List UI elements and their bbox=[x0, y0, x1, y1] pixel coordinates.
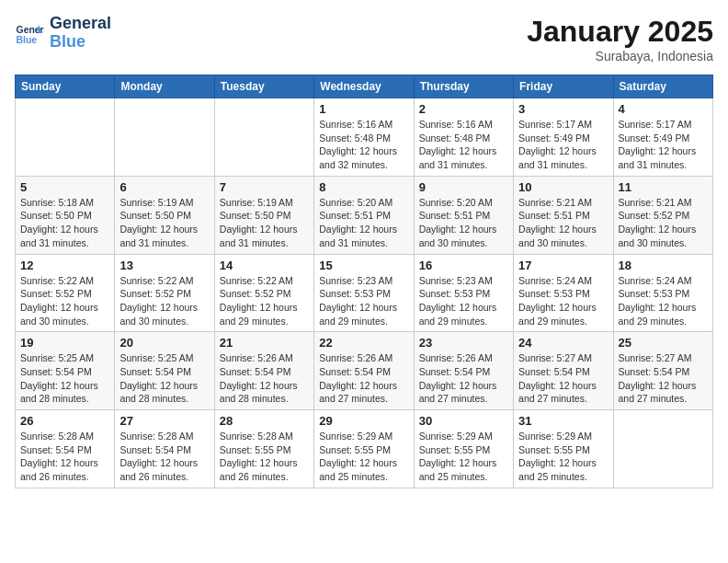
calendar-table: SundayMondayTuesdayWednesdayThursdayFrid… bbox=[15, 75, 713, 488]
day-number: 21 bbox=[220, 336, 309, 350]
weekday-header-monday: Monday bbox=[115, 75, 214, 98]
day-number: 7 bbox=[220, 180, 309, 194]
day-number: 13 bbox=[119, 259, 209, 272]
calendar-cell: 26Sunrise: 5:28 AM Sunset: 5:54 PM Dayli… bbox=[16, 410, 115, 488]
weekday-header-thursday: Thursday bbox=[414, 75, 513, 98]
day-info: Sunrise: 5:22 AM Sunset: 5:52 PM Dayligh… bbox=[20, 274, 109, 328]
calendar-cell: 8Sunrise: 5:20 AM Sunset: 5:51 PM Daylig… bbox=[314, 176, 414, 254]
day-number: 31 bbox=[518, 414, 608, 428]
day-info: Sunrise: 5:25 AM Sunset: 5:54 PM Dayligh… bbox=[119, 351, 209, 406]
calendar-week-4: 19Sunrise: 5:25 AM Sunset: 5:54 PM Dayli… bbox=[16, 332, 713, 410]
day-number: 30 bbox=[419, 414, 508, 428]
day-number: 26 bbox=[20, 414, 109, 428]
calendar-cell: 10Sunrise: 5:21 AM Sunset: 5:51 PM Dayli… bbox=[514, 176, 613, 254]
day-number: 11 bbox=[619, 180, 708, 194]
weekday-header-wednesday: Wednesday bbox=[314, 75, 414, 98]
logo: General Blue General Blue bbox=[15, 15, 111, 52]
day-info: Sunrise: 5:24 AM Sunset: 5:53 PM Dayligh… bbox=[619, 274, 708, 328]
calendar-cell: 17Sunrise: 5:24 AM Sunset: 5:53 PM Dayli… bbox=[514, 254, 613, 332]
day-number: 16 bbox=[419, 259, 508, 272]
calendar-cell: 1Sunrise: 5:16 AM Sunset: 5:48 PM Daylig… bbox=[314, 98, 414, 177]
calendar-cell: 14Sunrise: 5:22 AM Sunset: 5:52 PM Dayli… bbox=[214, 254, 313, 332]
day-info: Sunrise: 5:22 AM Sunset: 5:52 PM Dayligh… bbox=[119, 274, 209, 328]
subtitle: Surabaya, Indonesia bbox=[527, 49, 713, 63]
day-number: 1 bbox=[319, 102, 408, 116]
day-number: 8 bbox=[319, 180, 408, 194]
logo-blue: Blue bbox=[50, 32, 85, 51]
day-info: Sunrise: 5:28 AM Sunset: 5:55 PM Dayligh… bbox=[220, 430, 309, 484]
day-number: 22 bbox=[319, 336, 408, 350]
day-info: Sunrise: 5:16 AM Sunset: 5:48 PM Dayligh… bbox=[319, 118, 408, 172]
calendar-cell: 18Sunrise: 5:24 AM Sunset: 5:53 PM Dayli… bbox=[613, 254, 712, 332]
day-info: Sunrise: 5:28 AM Sunset: 5:54 PM Dayligh… bbox=[20, 430, 109, 484]
day-number: 4 bbox=[619, 102, 708, 116]
day-info: Sunrise: 5:17 AM Sunset: 5:49 PM Dayligh… bbox=[518, 118, 608, 172]
day-info: Sunrise: 5:16 AM Sunset: 5:48 PM Dayligh… bbox=[419, 118, 508, 172]
day-info: Sunrise: 5:20 AM Sunset: 5:51 PM Dayligh… bbox=[319, 196, 408, 250]
day-info: Sunrise: 5:19 AM Sunset: 5:50 PM Dayligh… bbox=[119, 196, 209, 250]
calendar-cell bbox=[214, 98, 313, 177]
weekday-header-sunday: Sunday bbox=[16, 75, 115, 98]
calendar-cell: 31Sunrise: 5:29 AM Sunset: 5:55 PM Dayli… bbox=[514, 410, 613, 488]
calendar-cell: 24Sunrise: 5:27 AM Sunset: 5:54 PM Dayli… bbox=[514, 332, 613, 410]
day-number: 3 bbox=[518, 102, 608, 116]
calendar-cell: 22Sunrise: 5:26 AM Sunset: 5:54 PM Dayli… bbox=[314, 332, 414, 410]
calendar-cell: 16Sunrise: 5:23 AM Sunset: 5:53 PM Dayli… bbox=[414, 254, 513, 332]
day-number: 2 bbox=[419, 102, 508, 116]
day-number: 24 bbox=[518, 336, 608, 350]
calendar-cell: 6Sunrise: 5:19 AM Sunset: 5:50 PM Daylig… bbox=[115, 176, 214, 254]
day-info: Sunrise: 5:26 AM Sunset: 5:54 PM Dayligh… bbox=[319, 351, 408, 406]
weekday-header-friday: Friday bbox=[514, 75, 613, 98]
calendar-cell: 25Sunrise: 5:27 AM Sunset: 5:54 PM Dayli… bbox=[613, 332, 712, 410]
logo-general: General bbox=[50, 14, 111, 32]
calendar-cell: 3Sunrise: 5:17 AM Sunset: 5:49 PM Daylig… bbox=[514, 98, 613, 177]
day-info: Sunrise: 5:29 AM Sunset: 5:55 PM Dayligh… bbox=[518, 430, 608, 484]
day-number: 23 bbox=[419, 336, 508, 350]
title-area: January 2025 Surabaya, Indonesia bbox=[527, 15, 713, 63]
day-number: 20 bbox=[119, 336, 209, 350]
day-number: 27 bbox=[119, 414, 209, 428]
calendar-cell: 11Sunrise: 5:21 AM Sunset: 5:52 PM Dayli… bbox=[613, 176, 712, 254]
day-info: Sunrise: 5:18 AM Sunset: 5:50 PM Dayligh… bbox=[20, 196, 109, 250]
calendar-cell: 29Sunrise: 5:29 AM Sunset: 5:55 PM Dayli… bbox=[314, 410, 414, 488]
calendar-cell: 23Sunrise: 5:26 AM Sunset: 5:54 PM Dayli… bbox=[414, 332, 513, 410]
day-number: 19 bbox=[20, 336, 109, 350]
calendar-week-2: 5Sunrise: 5:18 AM Sunset: 5:50 PM Daylig… bbox=[16, 176, 713, 254]
calendar-cell: 30Sunrise: 5:29 AM Sunset: 5:55 PM Dayli… bbox=[414, 410, 513, 488]
calendar-cell: 7Sunrise: 5:19 AM Sunset: 5:50 PM Daylig… bbox=[214, 176, 313, 254]
day-info: Sunrise: 5:21 AM Sunset: 5:51 PM Dayligh… bbox=[518, 196, 608, 250]
calendar-cell: 13Sunrise: 5:22 AM Sunset: 5:52 PM Dayli… bbox=[115, 254, 214, 332]
day-info: Sunrise: 5:29 AM Sunset: 5:55 PM Dayligh… bbox=[319, 430, 408, 484]
calendar-cell: 15Sunrise: 5:23 AM Sunset: 5:53 PM Dayli… bbox=[314, 254, 414, 332]
day-info: Sunrise: 5:28 AM Sunset: 5:54 PM Dayligh… bbox=[119, 430, 209, 484]
calendar-week-1: 1Sunrise: 5:16 AM Sunset: 5:48 PM Daylig… bbox=[16, 98, 713, 177]
day-number: 18 bbox=[619, 259, 708, 272]
calendar-cell: 2Sunrise: 5:16 AM Sunset: 5:48 PM Daylig… bbox=[414, 98, 513, 177]
calendar-cell bbox=[16, 98, 115, 177]
day-number: 28 bbox=[220, 414, 309, 428]
calendar-cell bbox=[613, 410, 712, 488]
day-number: 12 bbox=[20, 259, 109, 272]
day-number: 5 bbox=[20, 180, 109, 194]
day-info: Sunrise: 5:19 AM Sunset: 5:50 PM Dayligh… bbox=[220, 196, 309, 250]
day-info: Sunrise: 5:25 AM Sunset: 5:54 PM Dayligh… bbox=[20, 351, 109, 406]
day-info: Sunrise: 5:21 AM Sunset: 5:52 PM Dayligh… bbox=[619, 196, 708, 250]
calendar-cell: 21Sunrise: 5:26 AM Sunset: 5:54 PM Dayli… bbox=[214, 332, 313, 410]
day-number: 6 bbox=[119, 180, 209, 194]
calendar-week-5: 26Sunrise: 5:28 AM Sunset: 5:54 PM Dayli… bbox=[16, 410, 713, 488]
calendar-week-3: 12Sunrise: 5:22 AM Sunset: 5:52 PM Dayli… bbox=[16, 254, 713, 332]
day-info: Sunrise: 5:27 AM Sunset: 5:54 PM Dayligh… bbox=[619, 351, 708, 406]
day-number: 25 bbox=[619, 336, 708, 350]
day-info: Sunrise: 5:29 AM Sunset: 5:55 PM Dayligh… bbox=[419, 430, 508, 484]
day-info: Sunrise: 5:17 AM Sunset: 5:49 PM Dayligh… bbox=[619, 118, 708, 172]
day-info: Sunrise: 5:26 AM Sunset: 5:54 PM Dayligh… bbox=[220, 351, 309, 406]
day-number: 9 bbox=[419, 180, 508, 194]
weekday-header-saturday: Saturday bbox=[613, 75, 712, 98]
day-number: 17 bbox=[518, 259, 608, 272]
day-number: 29 bbox=[319, 414, 408, 428]
calendar-cell: 27Sunrise: 5:28 AM Sunset: 5:54 PM Dayli… bbox=[115, 410, 214, 488]
calendar-cell: 12Sunrise: 5:22 AM Sunset: 5:52 PM Dayli… bbox=[16, 254, 115, 332]
logo-icon: General Blue bbox=[15, 18, 44, 48]
calendar-header: SundayMondayTuesdayWednesdayThursdayFrid… bbox=[16, 75, 713, 98]
day-number: 15 bbox=[319, 259, 408, 272]
